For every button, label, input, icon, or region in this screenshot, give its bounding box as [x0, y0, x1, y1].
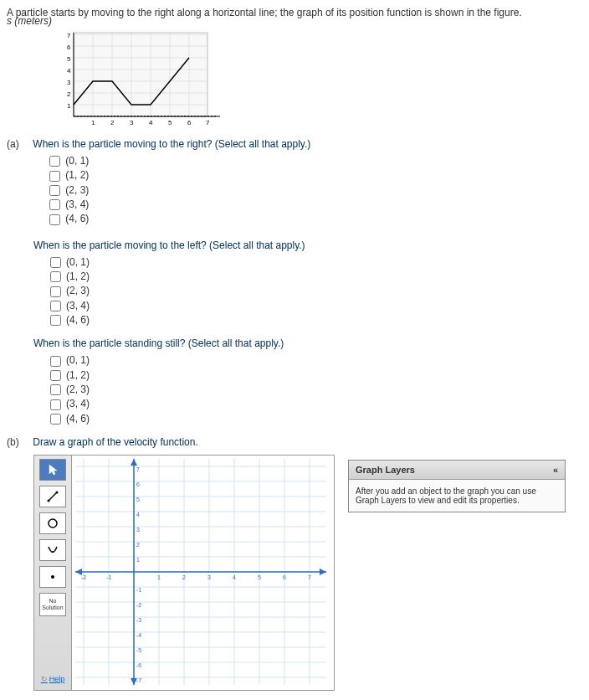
layers-header: Graph Layers «	[349, 461, 565, 480]
q1-opt-4[interactable]	[49, 214, 60, 225]
q3-opt-1-label: (1, 2)	[66, 369, 90, 381]
q3-opt-1[interactable]	[50, 370, 61, 381]
svg-text:6: 6	[136, 481, 140, 487]
svg-marker-67	[320, 569, 326, 575]
svg-point-39	[52, 551, 54, 553]
svg-text:1: 1	[157, 574, 161, 580]
y-axis-label: s (meters)	[7, 15, 52, 27]
svg-text:3: 3	[136, 527, 140, 533]
q3-opt-3[interactable]	[50, 399, 61, 410]
svg-text:-4: -4	[136, 632, 141, 638]
problem-statement: A particle starts by moving to the right…	[7, 7, 582, 18]
graph-tool: No Solution Help	[33, 455, 335, 691]
q1-opt-3[interactable]	[49, 199, 60, 210]
q1-opt-1-label: (1, 2)	[65, 169, 89, 181]
part-b: (b) Draw a graph of the velocity functio…	[7, 436, 582, 691]
svg-line-35	[49, 492, 57, 501]
q2-opt-0[interactable]	[50, 257, 61, 268]
svg-text:2: 2	[182, 574, 186, 580]
svg-text:2: 2	[67, 90, 71, 98]
question-2: When is the particle moving to the left?…	[33, 239, 582, 327]
layers-body-text: After you add an object to the graph you…	[349, 480, 565, 512]
svg-text:7: 7	[136, 466, 140, 472]
q1-opt-0-label: (0, 1)	[65, 155, 89, 167]
position-graph: s (meters) 123 4567 123 4567 t (seconds)…	[57, 28, 582, 131]
graph-layers-panel: Graph Layers « After you add an object t…	[348, 460, 566, 512]
q3-opt-4-label: (4, 6)	[66, 413, 90, 425]
svg-point-40	[51, 575, 54, 579]
layers-title: Graph Layers	[356, 465, 415, 475]
q2-opt-3[interactable]	[50, 301, 61, 311]
svg-point-38	[49, 519, 57, 528]
question-3: When is the particle standing still? (Se…	[33, 337, 582, 425]
svg-rect-0	[74, 33, 207, 116]
q1-opt-2[interactable]	[49, 185, 60, 196]
svg-text:1: 1	[67, 102, 71, 110]
toolbar: No Solution Help	[34, 456, 72, 690]
q3-opt-3-label: (3, 4)	[66, 398, 90, 409]
svg-text:3: 3	[130, 119, 134, 126]
svg-text:1: 1	[91, 119, 95, 126]
position-chart-svg: 123 4567 123 4567	[57, 28, 224, 129]
svg-text:6: 6	[67, 44, 71, 51]
svg-text:5: 5	[168, 119, 172, 126]
q1-opt-1[interactable]	[49, 171, 60, 182]
svg-text:4: 4	[149, 119, 153, 126]
svg-text:-7: -7	[136, 677, 141, 683]
q3-opt-2-label: (2, 3)	[66, 383, 90, 395]
svg-text:3: 3	[67, 79, 71, 86]
q3-opt-0[interactable]	[50, 356, 61, 367]
line-tool[interactable]	[39, 486, 66, 507]
svg-point-36	[48, 499, 50, 502]
svg-text:-1: -1	[136, 587, 141, 593]
q2-opt-1[interactable]	[50, 271, 61, 282]
help-link[interactable]: Help	[41, 675, 65, 683]
svg-text:2: 2	[136, 542, 140, 548]
q2-opt-2-label: (2, 3)	[66, 285, 90, 296]
q2-opt-1-label: (1, 2)	[66, 270, 90, 282]
pointer-tool[interactable]	[39, 459, 66, 481]
svg-text:7: 7	[308, 574, 311, 580]
q3-opt-2[interactable]	[50, 384, 61, 395]
question-2-text: When is the particle moving to the left?…	[33, 239, 582, 251]
plot-canvas[interactable]: 7654 321 -1-2-3 -4-5-6-7 -2-1 123 4567	[72, 456, 334, 690]
svg-text:-3: -3	[136, 617, 141, 623]
svg-marker-34	[49, 465, 57, 475]
q1-opt-0[interactable]	[49, 156, 60, 167]
no-solution-button[interactable]: No Solution	[39, 593, 66, 616]
svg-text:3: 3	[207, 574, 211, 580]
svg-text:-1: -1	[106, 574, 111, 580]
q3-opt-4[interactable]	[50, 414, 61, 425]
point-tool[interactable]	[39, 566, 66, 588]
parabola-tool[interactable]	[39, 539, 66, 561]
svg-text:5: 5	[136, 497, 140, 502]
part-a: (a) When is the particle moving to the r…	[7, 138, 582, 425]
question-1-text: When is the particle moving to the right…	[33, 138, 581, 150]
question-3-text: When is the particle standing still? (Se…	[33, 337, 582, 349]
svg-text:1: 1	[136, 557, 140, 563]
collapse-icon[interactable]: «	[553, 465, 558, 475]
svg-text:4: 4	[233, 574, 236, 580]
circle-tool[interactable]	[39, 512, 66, 534]
q1-opt-4-label: (4, 6)	[65, 213, 89, 224]
q2-opt-4-label: (4, 6)	[66, 314, 90, 326]
svg-text:-5: -5	[136, 647, 141, 653]
question-1: When is the particle moving to the right…	[33, 138, 581, 228]
svg-text:5: 5	[67, 55, 71, 63]
svg-text:2: 2	[110, 119, 115, 126]
part-b-text: Draw a graph of the velocity function.	[33, 436, 197, 448]
q2-opt-3-label: (3, 4)	[66, 300, 90, 311]
svg-text:-2: -2	[136, 602, 141, 608]
q2-opt-0-label: (0, 1)	[66, 256, 90, 268]
svg-text:6: 6	[187, 119, 192, 126]
part-b-label: (b)	[7, 436, 30, 448]
svg-text:4: 4	[136, 512, 140, 517]
svg-text:7: 7	[67, 32, 71, 39]
svg-text:6: 6	[283, 574, 286, 580]
svg-text:7: 7	[206, 119, 210, 126]
q1-opt-2-label: (2, 3)	[65, 184, 89, 196]
q2-opt-2[interactable]	[50, 286, 61, 297]
q1-opt-3-label: (3, 4)	[65, 198, 89, 210]
q2-opt-4[interactable]	[50, 315, 61, 326]
svg-text:5: 5	[258, 574, 261, 580]
